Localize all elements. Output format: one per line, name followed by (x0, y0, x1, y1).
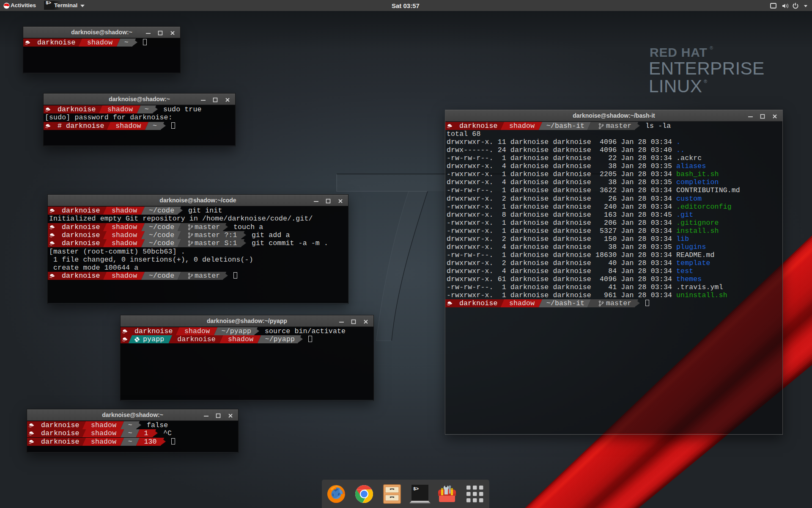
svg-text:LINUX: LINUX (649, 76, 702, 96)
svg-text:$>: $> (413, 486, 419, 491)
svg-text:®: ® (704, 79, 707, 84)
svg-text:ENTERPRISE: ENTERPRISE (649, 58, 765, 78)
svg-text:RED HAT: RED HAT (650, 45, 708, 59)
svg-text:®: ® (710, 45, 713, 50)
